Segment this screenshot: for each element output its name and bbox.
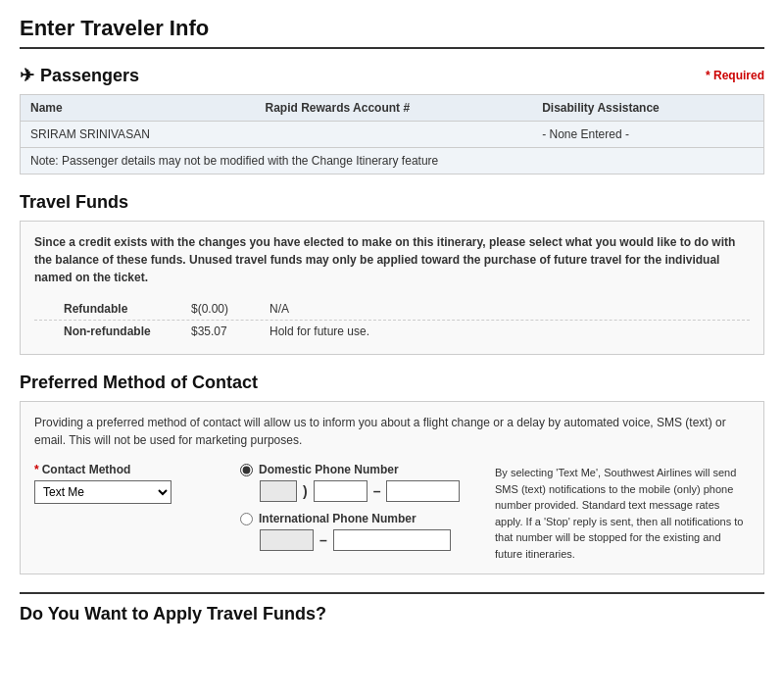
page-title: Enter Traveler Info xyxy=(20,16,764,49)
contact-grid: * Contact Method Text Me Email Automated… xyxy=(34,463,750,562)
passenger-rapid-rewards xyxy=(256,122,533,148)
phone-options-col: Domestic Phone Number ) – International … xyxy=(240,463,485,561)
domestic-phone-radio[interactable] xyxy=(240,464,253,476)
travel-funds-description: Since a credit exists with the changes y… xyxy=(34,233,750,286)
contact-method-col: * Contact Method Text Me Email Automated… xyxy=(34,463,230,504)
domestic-area-code[interactable] xyxy=(260,480,297,502)
passengers-title-text: Passengers xyxy=(40,66,139,86)
contact-section-box: Providing a preferred method of contact … xyxy=(20,401,764,574)
col-header-disability: Disability Assistance xyxy=(532,95,763,122)
international-number[interactable] xyxy=(333,529,451,551)
nonrefundable-amount: $35.07 xyxy=(191,324,270,338)
contact-method-select[interactable]: Text Me Email Automated Voice No Contact xyxy=(34,480,172,504)
refundable-row: Refundable $(0.00) N/A xyxy=(34,298,750,321)
contact-section: Preferred Method of Contact Providing a … xyxy=(20,373,764,574)
dash-1: ) xyxy=(301,483,310,499)
nonrefundable-row: Non-refundable $35.07 Hold for future us… xyxy=(34,321,750,342)
passenger-disability: - None Entered - xyxy=(532,122,763,148)
international-phone-inputs: – xyxy=(240,529,485,551)
passenger-note: Note: Passenger details may not be modif… xyxy=(20,148,764,174)
domestic-phone-label-text: Domestic Phone Number xyxy=(259,463,399,476)
nonrefundable-status: Hold for future use. xyxy=(270,324,369,338)
refundable-label: Refundable xyxy=(64,302,191,316)
dash-2: – xyxy=(371,483,383,499)
contact-required-star: * xyxy=(34,463,39,476)
domestic-phone-inputs: ) – xyxy=(240,480,485,502)
refundable-amount: $(0.00) xyxy=(191,302,270,316)
passengers-table: Name Rapid Rewards Account # Disability … xyxy=(20,94,764,148)
dash-3: – xyxy=(318,532,329,548)
contact-section-title: Preferred Method of Contact xyxy=(20,373,764,393)
passengers-section: ✈ Passengers * Required Name Rapid Rewar… xyxy=(20,65,764,174)
col-header-rapid-rewards: Rapid Rewards Account # xyxy=(256,95,533,122)
international-phone-option: International Phone Number – xyxy=(240,512,485,551)
travel-funds-title: Travel Funds xyxy=(20,192,764,213)
nonrefundable-label: Non-refundable xyxy=(64,324,191,338)
sms-note-col: By selecting 'Text Me', Southwest Airlin… xyxy=(495,463,750,562)
contact-description: Providing a preferred method of contact … xyxy=(34,414,750,449)
refundable-status: N/A xyxy=(270,302,289,316)
domestic-phone-option: Domestic Phone Number ) – xyxy=(240,463,485,502)
travel-funds-box: Since a credit exists with the changes y… xyxy=(20,221,764,355)
sms-note-text: By selecting 'Text Me', Southwest Airlin… xyxy=(495,467,743,560)
passenger-name: SRIRAM SRINIVASAN xyxy=(21,122,256,148)
required-note: * Required xyxy=(706,69,764,82)
passengers-section-header: ✈ Passengers * Required xyxy=(20,65,764,86)
international-phone-label[interactable]: International Phone Number xyxy=(240,512,485,525)
plane-icon: ✈ xyxy=(20,65,34,86)
contact-method-label: * Contact Method xyxy=(34,463,230,476)
travel-funds-section: Travel Funds Since a credit exists with … xyxy=(20,192,764,355)
contact-method-label-text: Contact Method xyxy=(42,463,131,476)
domestic-line[interactable] xyxy=(386,480,460,502)
domestic-phone-label[interactable]: Domestic Phone Number xyxy=(240,463,485,476)
passengers-title: ✈ Passengers xyxy=(20,65,139,86)
apply-funds-section: Do You Want to Apply Travel Funds? xyxy=(20,592,764,624)
domestic-prefix[interactable] xyxy=(314,480,368,502)
international-country-code[interactable] xyxy=(260,529,314,551)
apply-funds-title: Do You Want to Apply Travel Funds? xyxy=(20,592,764,624)
col-header-name: Name xyxy=(21,95,256,122)
international-phone-label-text: International Phone Number xyxy=(259,512,416,525)
international-phone-radio[interactable] xyxy=(240,513,253,525)
table-row: SRIRAM SRINIVASAN - None Entered - xyxy=(21,122,764,148)
